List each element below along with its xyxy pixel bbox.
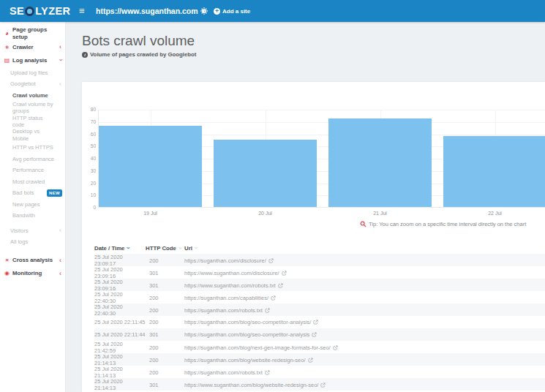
url-text: https://suganthan.com/blog/website-redes…: [184, 357, 306, 363]
chevron-left-icon: ‹: [59, 227, 61, 234]
sidebar-item-page-groups-setup[interactable]: ◕Page groups setup: [0, 26, 65, 40]
seolyzer-logo[interactable]: SE LYZER: [10, 0, 70, 22]
sidebar-item-performance[interactable]: Performance: [0, 165, 65, 176]
sidebar-item-all-logs[interactable]: All logs: [0, 236, 65, 248]
sidebar-item-log-analysis[interactable]: ▤Log analysis‹: [0, 53, 65, 67]
cell-url[interactable]: https://suganthan.com/blog/website-redes…: [184, 357, 545, 363]
cell-http-code: 200: [146, 344, 184, 351]
cell-http-code: 200: [146, 295, 184, 301]
gridline: [99, 122, 545, 123]
sidebar-item-http-vs-https[interactable]: HTTP vs HTTPS: [0, 142, 65, 154]
url-text: https://suganthan.com/blog/next-gen-imag…: [184, 344, 331, 351]
cell-url[interactable]: https://www.suganthan.com/blog/website-r…: [184, 382, 545, 388]
sidebar-item-label: Page groups setup: [12, 26, 56, 40]
x-axis-tick-label: 21 Jul: [373, 211, 387, 216]
cell-url[interactable]: https://suganthan.com/blog/next-gen-imag…: [184, 344, 545, 351]
info-icon: i: [82, 52, 88, 58]
bar-22-jul[interactable]: [443, 136, 545, 207]
cell-datetime: 25 Jul 2020 21:14:13: [94, 353, 146, 366]
menu-toggle-icon[interactable]: ≡: [79, 0, 85, 22]
page-title: Bots crawl volume: [82, 33, 195, 49]
sort-caret-icon: ‹: [176, 246, 183, 249]
cell-datetime: 25 Jul 2020 21:42:59: [94, 341, 146, 354]
sidebar-item-upload-log-files[interactable]: Upload log files: [0, 67, 65, 78]
sort-caret-icon: ‹: [192, 246, 199, 249]
sidebar-item-new-pages[interactable]: New pages: [0, 199, 65, 211]
bar-21-jul[interactable]: [328, 118, 432, 207]
table-row: 25 Jul 2020 23:09:16301https://www.sugan…: [94, 266, 545, 279]
column-header-url[interactable]: Url‹: [184, 244, 545, 252]
cell-datetime: 25 Jul 2020 21:14:13: [94, 366, 146, 379]
table-row: 25 Jul 2020 21:14:13301https://www.sugan…: [94, 378, 545, 391]
sidebar-item-label: Googlebot: [10, 80, 36, 87]
settings-gear-icon[interactable]: [200, 7, 208, 15]
sidebar-item-label: Crawl volume by groups: [12, 101, 56, 115]
sidebar-item-label: HTTP status code: [12, 115, 56, 129]
y-axis-tick-label: 80: [82, 107, 96, 112]
add-a-site-label: Add a site: [222, 8, 250, 15]
sidebar-item-cross-analysis[interactable]: ×Cross analysis‹: [0, 254, 65, 267]
sidebar-item-avg-performance[interactable]: Avg performance: [0, 154, 65, 165]
sidebar-item-monitoring[interactable]: ◉Monitoring‹: [0, 267, 65, 280]
sidebar-item-label: All logs: [10, 238, 28, 245]
external-link-icon: [333, 345, 338, 350]
bar-19-jul[interactable]: [99, 126, 202, 207]
site-selector[interactable]: https://www.suganthan.com ▾: [96, 0, 205, 22]
cell-http-code: 301: [146, 331, 184, 338]
sidebar-item-crawler[interactable]: ∗Crawler‹: [0, 40, 65, 53]
cell-url[interactable]: https://suganthan.com/robots.txt: [184, 369, 545, 376]
y-axis-tick-label: 60: [82, 132, 96, 137]
y-axis-tick-label: 20: [82, 181, 96, 186]
x-axis-tick-label: 19 Jul: [143, 211, 157, 216]
table-header-row: Date / Time‹HTTP Code‹Url‹: [94, 241, 545, 254]
cell-http-code: 200: [146, 369, 184, 376]
bar-20-jul[interactable]: [214, 140, 317, 207]
y-axis-tick-label: 10: [82, 192, 96, 197]
external-link-icon: [271, 295, 276, 301]
cell-url[interactable]: https://suganthan.com/blog/seo-competito…: [184, 331, 545, 338]
cell-url[interactable]: https://suganthan.com/capabilities/: [184, 295, 545, 301]
sidebar-item-label: Monitoring: [12, 270, 42, 277]
cell-url[interactable]: https://suganthan.com/robots.txt: [184, 307, 545, 314]
cell-url[interactable]: https://suganthan.com/disclosure/: [184, 257, 545, 264]
cell-url[interactable]: https://suganthan.com/blog/seo-competito…: [184, 319, 545, 325]
sidebar-item-label: Bandwith: [12, 212, 35, 219]
sidebar-item-label: Bad bots: [12, 189, 34, 196]
column-header-http-code[interactable]: HTTP Code‹: [146, 244, 184, 252]
cell-http-code: 200: [146, 307, 184, 314]
cell-url[interactable]: https://www.suganthan.com/disclosure/: [184, 270, 545, 276]
cross-analysis-icon: ×: [4, 257, 10, 263]
cell-http-code: 301: [146, 270, 184, 276]
sidebar-item-http-status-code[interactable]: HTTP status code: [0, 115, 65, 129]
cell-datetime: 25 Jul 2020 21:14:13: [94, 378, 146, 391]
main-content: Bots crawl volume i Volume of pages craw…: [66, 22, 545, 392]
url-text: https://suganthan.com/robots.txt: [184, 307, 263, 314]
sidebar-item-most-crawled[interactable]: Most crawled: [0, 176, 65, 188]
external-link-icon: [265, 370, 270, 375]
new-badge: NEW: [47, 189, 62, 197]
cell-datetime: 25 Jul 2020 22:11:44: [94, 331, 146, 338]
crawl-log-table: Date / Time‹HTTP Code‹Url‹25 Jul 2020 23…: [94, 241, 545, 391]
sidebar-item-googlebot[interactable]: Googlebot‹: [0, 78, 65, 90]
cell-url[interactable]: https://www.suganthan.com/robots.txt: [184, 282, 545, 289]
column-header-label: HTTP Code: [146, 245, 176, 252]
sidebar-item-crawl-volume-by-groups[interactable]: Crawl volume by groups: [0, 101, 65, 115]
chart-zoom-tip-text: Tip: You can zoom on a specific time int…: [369, 221, 526, 227]
sidebar-item-bad-bots[interactable]: Bad botsNEW: [0, 187, 65, 199]
external-link-icon: [313, 320, 318, 325]
add-a-site-button[interactable]: + Add a site: [214, 0, 250, 22]
column-header-label: Date / Time: [94, 245, 124, 252]
crawl-volume-chart[interactable]: 0102030405060708019 Jul20 Jul21 Jul22 Ju…: [98, 110, 545, 208]
chevron-left-icon: ‹: [59, 270, 61, 277]
sidebar-item-crawl-volume[interactable]: Crawl volume: [0, 89, 65, 101]
sidebar-item-bandwith[interactable]: Bandwith: [0, 210, 65, 222]
sidebar-item-desktop-vs-mobile[interactable]: Desktop vs Mobile: [0, 128, 65, 142]
column-header-date-time[interactable]: Date / Time‹: [94, 244, 146, 252]
sidebar-item-label: Avg performance: [12, 156, 54, 162]
sidebar-item-visitors[interactable]: Visitors‹: [0, 225, 65, 237]
sidebar-item-label: Crawl volume: [12, 92, 48, 99]
table-row: 25 Jul 2020 22:11:44301https://suganthan…: [94, 328, 545, 341]
cell-http-code: 301: [146, 282, 184, 289]
site-url: https://www.suganthan.com: [96, 7, 198, 15]
sidebar-item-label: Crawler: [12, 44, 34, 51]
